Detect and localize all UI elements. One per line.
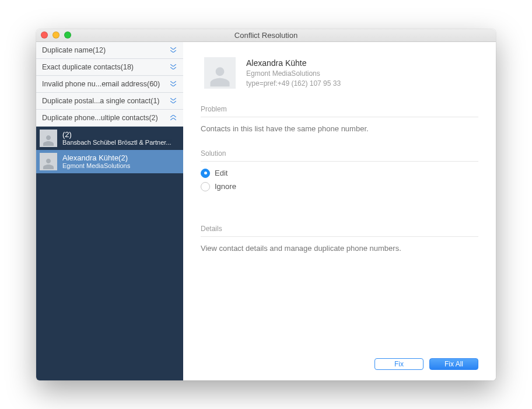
- avatar-icon: [40, 130, 57, 147]
- conflict-resolution-window: Conflict Resolution Duplicate name(12) E…: [36, 29, 496, 380]
- solution-option-ignore[interactable]: Ignore: [201, 182, 478, 191]
- avatar-icon: [40, 153, 57, 170]
- fix-all-button[interactable]: Fix All: [429, 358, 478, 370]
- chevron-down-icon: [169, 64, 177, 69]
- solution-option-edit[interactable]: Edit: [201, 169, 478, 178]
- category-invalid-phone[interactable]: Invalid phone nu...email address(60): [36, 76, 183, 93]
- footer-buttons: Fix Fix All: [201, 358, 478, 370]
- radio-icon: [201, 182, 210, 191]
- avatar-icon: [204, 57, 236, 89]
- category-label: Invalid phone nu...email address(60): [42, 80, 169, 88]
- titlebar: Conflict Resolution: [36, 29, 496, 42]
- contact-subtitle: Egmont MediaSolutions: [62, 162, 130, 169]
- radio-label: Edit: [215, 169, 228, 177]
- category-label: Duplicate phone...ultiple contacts(2): [42, 114, 169, 122]
- contact-row[interactable]: Alexandra Kühte(2) Egmont MediaSolutions: [36, 150, 183, 173]
- contact-org: Egmont MediaSolutions: [246, 69, 341, 78]
- category-exact-duplicate[interactable]: Exact duplicate contacts(18): [36, 59, 183, 76]
- maximize-button[interactable]: [64, 32, 71, 39]
- category-duplicate-postal[interactable]: Duplicate postal...a single contact(1): [36, 93, 183, 110]
- problem-text: Contacts in this list have the same phon…: [201, 124, 478, 133]
- details-text: View contact details and manage duplicat…: [201, 244, 478, 253]
- profile-text: Alexandra Kühte Egmont MediaSolutions ty…: [246, 57, 341, 89]
- contact-title: (2): [62, 130, 172, 139]
- close-button[interactable]: [41, 32, 48, 39]
- minimize-button[interactable]: [52, 32, 60, 39]
- category-label: Duplicate postal...a single contact(1): [42, 97, 169, 105]
- solution-header: Solution: [201, 149, 478, 162]
- category-duplicate-name[interactable]: Duplicate name(12): [36, 42, 183, 59]
- chevron-down-icon: [169, 98, 177, 103]
- window-title: Conflict Resolution: [36, 31, 496, 40]
- problem-header: Problem: [201, 105, 478, 117]
- window-body: Duplicate name(12) Exact duplicate conta…: [36, 42, 496, 380]
- category-label: Duplicate name(12): [42, 46, 169, 54]
- contact-subtitle: Bansbach Schübel Brösztl & Partner...: [62, 139, 172, 146]
- traffic-lights: [41, 32, 71, 39]
- contact-profile: Alexandra Kühte Egmont MediaSolutions ty…: [201, 57, 478, 89]
- contact-row[interactable]: (2) Bansbach Schübel Brösztl & Partner..…: [36, 127, 183, 150]
- category-duplicate-phone-multiple[interactable]: Duplicate phone...ultiple contacts(2): [36, 110, 183, 127]
- details-header: Details: [201, 225, 478, 237]
- chevron-up-icon: [169, 115, 177, 120]
- contact-name: Alexandra Kühte: [246, 58, 341, 68]
- chevron-down-icon: [169, 81, 177, 86]
- contact-text: Alexandra Kühte(2) Egmont MediaSolutions: [62, 153, 130, 169]
- contact-title: Alexandra Kühte(2): [62, 153, 130, 162]
- radio-label: Ignore: [215, 182, 236, 191]
- radio-icon: [201, 169, 210, 178]
- chevron-down-icon: [169, 47, 177, 53]
- sidebar: Duplicate name(12) Exact duplicate conta…: [36, 42, 183, 380]
- contact-text: (2) Bansbach Schübel Brösztl & Partner..…: [62, 130, 172, 146]
- fix-button[interactable]: Fix: [374, 358, 424, 370]
- contact-phone: type=pref:+49 (162) 107 95 33: [246, 79, 341, 88]
- category-label: Exact duplicate contacts(18): [42, 63, 169, 71]
- detail-panel: Alexandra Kühte Egmont MediaSolutions ty…: [183, 42, 496, 380]
